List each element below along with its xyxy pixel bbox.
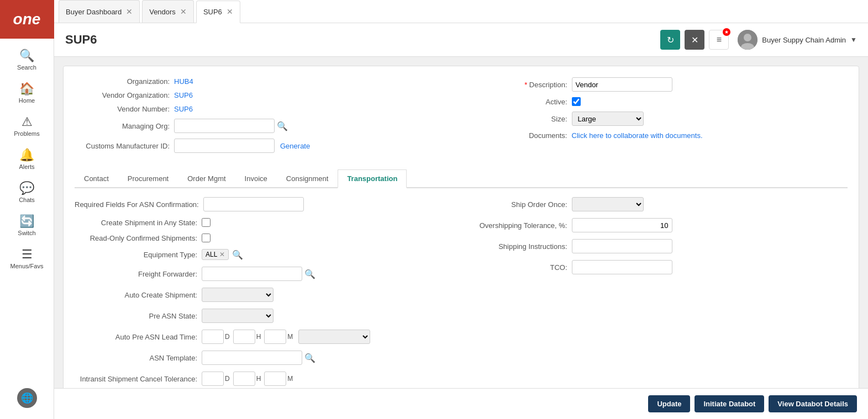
size-label: Size:: [472, 115, 572, 123]
sidebar-item-home[interactable]: 🏠 Home: [0, 76, 54, 109]
logo-text: one: [13, 10, 41, 28]
tab-sup6[interactable]: SUP6 ✕: [196, 1, 240, 23]
auto-pre-asn-extra-select[interactable]: [298, 330, 370, 344]
h-label: H: [256, 333, 261, 341]
auto-pre-asn-m-input[interactable]: [264, 330, 286, 344]
generate-link[interactable]: Generate: [280, 142, 310, 150]
create-shipment-checkbox[interactable]: [202, 218, 211, 227]
freight-forwarder-search-button[interactable]: 🔍: [304, 269, 315, 279]
equipment-type-row: Equipment Type: ALL ✕ 🔍: [75, 249, 461, 260]
active-label: Active:: [472, 98, 572, 106]
initiate-databot-button[interactable]: Initiate Databot: [695, 395, 764, 412]
equipment-type-tag-close[interactable]: ✕: [219, 251, 225, 258]
readonly-shipments-checkbox[interactable]: [202, 234, 211, 242]
tab-vendors[interactable]: Vendors ✕: [142, 0, 194, 23]
view-databot-button[interactable]: View Databot Details: [769, 395, 857, 412]
tab-contact[interactable]: Contact: [75, 169, 118, 188]
asn-template-input[interactable]: [202, 351, 302, 365]
managing-org-input[interactable]: [174, 119, 275, 133]
description-input[interactable]: [572, 77, 672, 92]
active-checkbox[interactable]: [572, 97, 581, 106]
menu-icon: ☰: [22, 247, 33, 262]
auto-pre-asn-d-input[interactable]: [202, 330, 224, 344]
user-dropdown-arrow[interactable]: ▼: [850, 36, 857, 44]
user-name: Buyer Suppy Chain Admin: [762, 36, 846, 44]
size-select[interactable]: Small Medium Large X-Large: [572, 112, 644, 126]
switch-icon: 🔄: [19, 214, 34, 229]
sidebar-item-label: Home: [19, 97, 35, 104]
equipment-type-input-group: ALL ✕ 🔍: [202, 249, 243, 260]
sidebar-item-problems[interactable]: ⚠ Problems: [0, 109, 54, 142]
user-section: Buyer Suppy Chain Admin ▼: [738, 30, 857, 50]
bell-icon: 🔔: [19, 148, 34, 162]
tab-consignment[interactable]: Consignment: [277, 169, 338, 188]
vendor-number-label: Vendor Number:: [75, 105, 174, 113]
pre-asn-state-select[interactable]: State1: [202, 309, 273, 323]
chat-icon: 💬: [19, 181, 34, 195]
sidebar: one 🔍 Search 🏠 Home ⚠ Problems 🔔 Alerts …: [0, 0, 54, 419]
page-title: SUP6: [65, 33, 660, 47]
intransit-m-input[interactable]: [264, 372, 286, 386]
ship-order-once-select[interactable]: Yes No: [572, 197, 644, 211]
page-header: SUP6 ↻ ✕ ≡ ★ Buyer Suppy Chain Admin ▼: [54, 23, 868, 57]
sidebar-item-label: Search: [17, 64, 36, 71]
tab-procurement[interactable]: Procurement: [118, 169, 178, 188]
customs-id-input[interactable]: [174, 139, 275, 153]
managing-org-row: Managing Org: 🔍: [75, 119, 450, 133]
sidebar-item-label: Chats: [19, 197, 35, 203]
asn-template-search-button[interactable]: 🔍: [304, 353, 315, 363]
main-area: Buyer Dashboard ✕ Vendors ✕ SUP6 ✕ SUP6 …: [54, 0, 868, 419]
freight-forwarder-label: Freight Forwarder:: [75, 270, 202, 278]
tab-order-mgmt[interactable]: Order Mgmt: [178, 169, 235, 188]
tab-buyer-dashboard[interactable]: Buyer Dashboard ✕: [59, 0, 140, 23]
intransit-d-input[interactable]: [202, 372, 224, 386]
shipping-instructions-input[interactable]: [572, 239, 672, 253]
size-row: Size: Small Medium Large X-Large: [472, 112, 848, 126]
sidebar-item-switch[interactable]: 🔄 Switch: [0, 209, 54, 242]
sidebar-item-label: Switch: [18, 230, 35, 236]
required-fields-input[interactable]: [203, 197, 304, 211]
tco-input[interactable]: [572, 260, 672, 274]
home-icon: 🏠: [19, 82, 34, 96]
tab-close-sup6[interactable]: ✕: [227, 8, 233, 15]
sidebar-item-menus[interactable]: ☰ Menus/Favs: [0, 242, 54, 275]
menu-button[interactable]: ≡ ★: [709, 30, 729, 50]
tab-close-vendors[interactable]: ✕: [180, 8, 187, 15]
close-button[interactable]: ✕: [685, 30, 704, 50]
sidebar-item-alerts[interactable]: 🔔 Alerts: [0, 142, 54, 176]
auto-pre-asn-lead-inputs: D H M: [202, 330, 370, 344]
sidebar-item-globe[interactable]: 🌐: [0, 383, 54, 413]
sidebar-item-label: Menus/Favs: [10, 263, 44, 269]
auto-pre-asn-h-input[interactable]: [233, 330, 255, 344]
app-logo[interactable]: one: [0, 0, 54, 39]
ship-order-once-label: Ship Order Once:: [461, 200, 572, 209]
tab-label: Buyer Dashboard: [66, 8, 122, 16]
shipping-instructions-row: Shipping Instructions:: [461, 239, 848, 253]
overshipping-input[interactable]: [572, 218, 672, 232]
managing-org-search-button[interactable]: 🔍: [277, 121, 288, 131]
organization-value[interactable]: HUB4: [174, 77, 193, 86]
tco-row: TCO:: [461, 260, 848, 274]
auto-create-select[interactable]: Yes No: [202, 288, 273, 302]
vendor-org-value[interactable]: SUP6: [174, 91, 193, 99]
vendor-form-top: Organization: HUB4 Vendor Organization: …: [75, 77, 848, 158]
m-label2: M: [287, 375, 293, 383]
intransit-h-input[interactable]: [233, 372, 255, 386]
tab-close-buyer-dashboard[interactable]: ✕: [126, 8, 133, 15]
equipment-type-search-button[interactable]: 🔍: [232, 250, 243, 260]
vendor-card: Organization: HUB4 Vendor Organization: …: [63, 66, 859, 388]
overshipping-label: Overshipping Tolerance, %:: [461, 221, 572, 230]
freight-forwarder-input[interactable]: [202, 267, 302, 281]
tab-transportation[interactable]: Transportation: [338, 169, 407, 188]
sidebar-item-search[interactable]: 🔍 Search: [0, 43, 54, 76]
search-icon: 🔍: [19, 49, 34, 63]
documents-link[interactable]: Click here to collaborate with documents…: [572, 131, 703, 140]
header-actions: ↻ ✕ ≡ ★ Buyer Suppy Chain Admin ▼: [660, 30, 857, 50]
tab-invoice[interactable]: Invoice: [235, 169, 277, 188]
update-button[interactable]: Update: [648, 395, 690, 412]
refresh-button[interactable]: ↻: [660, 30, 680, 50]
avatar-image: [738, 30, 757, 50]
shipping-instructions-label: Shipping Instructions:: [461, 242, 572, 251]
sidebar-item-chats[interactable]: 💬 Chats: [0, 176, 54, 209]
m-label: M: [287, 333, 293, 341]
